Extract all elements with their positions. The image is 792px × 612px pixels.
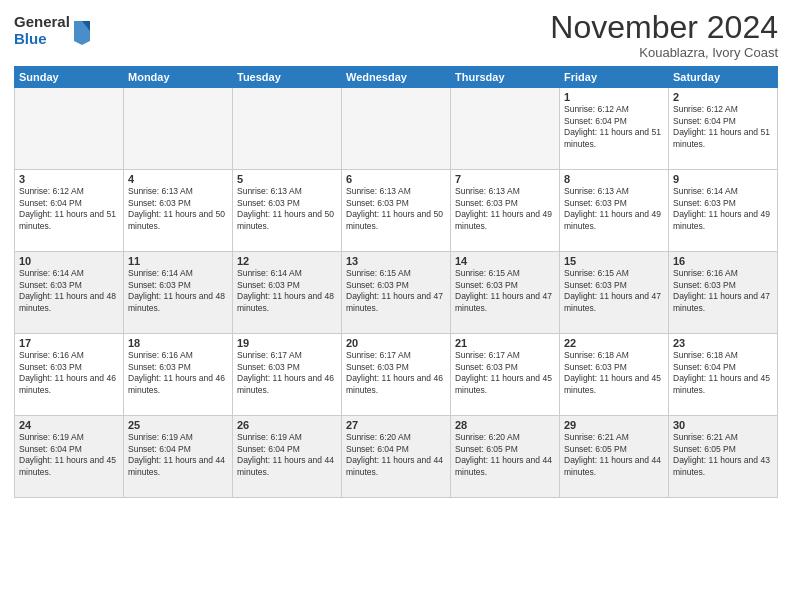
calendar-cell: 10Sunrise: 6:14 AMSunset: 6:03 PMDayligh… (15, 252, 124, 334)
day-number: 19 (237, 337, 337, 349)
day-number: 9 (673, 173, 773, 185)
day-info: Sunrise: 6:19 AMSunset: 6:04 PMDaylight:… (19, 432, 119, 478)
week-row-1: 1Sunrise: 6:12 AMSunset: 6:04 PMDaylight… (15, 88, 778, 170)
calendar-cell: 30Sunrise: 6:21 AMSunset: 6:05 PMDayligh… (669, 416, 778, 498)
day-info: Sunrise: 6:12 AMSunset: 6:04 PMDaylight:… (673, 104, 773, 150)
day-header-wednesday: Wednesday (342, 67, 451, 88)
calendar-cell (233, 88, 342, 170)
calendar-cell: 18Sunrise: 6:16 AMSunset: 6:03 PMDayligh… (124, 334, 233, 416)
day-info: Sunrise: 6:13 AMSunset: 6:03 PMDaylight:… (346, 186, 446, 232)
day-number: 4 (128, 173, 228, 185)
day-number: 2 (673, 91, 773, 103)
calendar-cell: 28Sunrise: 6:20 AMSunset: 6:05 PMDayligh… (451, 416, 560, 498)
week-row-3: 10Sunrise: 6:14 AMSunset: 6:03 PMDayligh… (15, 252, 778, 334)
calendar-cell: 4Sunrise: 6:13 AMSunset: 6:03 PMDaylight… (124, 170, 233, 252)
week-row-5: 24Sunrise: 6:19 AMSunset: 6:04 PMDayligh… (15, 416, 778, 498)
day-number: 14 (455, 255, 555, 267)
calendar-cell: 15Sunrise: 6:15 AMSunset: 6:03 PMDayligh… (560, 252, 669, 334)
day-header-sunday: Sunday (15, 67, 124, 88)
day-info: Sunrise: 6:15 AMSunset: 6:03 PMDaylight:… (346, 268, 446, 314)
day-number: 18 (128, 337, 228, 349)
day-info: Sunrise: 6:21 AMSunset: 6:05 PMDaylight:… (673, 432, 773, 478)
day-header-thursday: Thursday (451, 67, 560, 88)
day-header-friday: Friday (560, 67, 669, 88)
calendar-cell: 29Sunrise: 6:21 AMSunset: 6:05 PMDayligh… (560, 416, 669, 498)
logo-icon (72, 17, 92, 45)
calendar-cell: 17Sunrise: 6:16 AMSunset: 6:03 PMDayligh… (15, 334, 124, 416)
day-number: 30 (673, 419, 773, 431)
day-info: Sunrise: 6:18 AMSunset: 6:03 PMDaylight:… (564, 350, 664, 396)
calendar-cell: 9Sunrise: 6:14 AMSunset: 6:03 PMDaylight… (669, 170, 778, 252)
calendar-cell: 13Sunrise: 6:15 AMSunset: 6:03 PMDayligh… (342, 252, 451, 334)
day-info: Sunrise: 6:21 AMSunset: 6:05 PMDaylight:… (564, 432, 664, 478)
day-info: Sunrise: 6:17 AMSunset: 6:03 PMDaylight:… (346, 350, 446, 396)
day-number: 21 (455, 337, 555, 349)
day-info: Sunrise: 6:17 AMSunset: 6:03 PMDaylight:… (455, 350, 555, 396)
day-number: 25 (128, 419, 228, 431)
calendar-cell (15, 88, 124, 170)
calendar-cell: 6Sunrise: 6:13 AMSunset: 6:03 PMDaylight… (342, 170, 451, 252)
day-number: 5 (237, 173, 337, 185)
day-number: 20 (346, 337, 446, 349)
header: General Blue November 2024 Kouablazra, I… (14, 10, 778, 60)
calendar-cell: 2Sunrise: 6:12 AMSunset: 6:04 PMDaylight… (669, 88, 778, 170)
calendar-cell (451, 88, 560, 170)
day-info: Sunrise: 6:13 AMSunset: 6:03 PMDaylight:… (455, 186, 555, 232)
day-number: 7 (455, 173, 555, 185)
day-number: 15 (564, 255, 664, 267)
calendar-cell: 14Sunrise: 6:15 AMSunset: 6:03 PMDayligh… (451, 252, 560, 334)
day-number: 6 (346, 173, 446, 185)
day-number: 22 (564, 337, 664, 349)
day-info: Sunrise: 6:16 AMSunset: 6:03 PMDaylight:… (673, 268, 773, 314)
calendar-cell: 5Sunrise: 6:13 AMSunset: 6:03 PMDaylight… (233, 170, 342, 252)
day-info: Sunrise: 6:12 AMSunset: 6:04 PMDaylight:… (19, 186, 119, 232)
day-number: 8 (564, 173, 664, 185)
calendar-cell: 8Sunrise: 6:13 AMSunset: 6:03 PMDaylight… (560, 170, 669, 252)
day-number: 13 (346, 255, 446, 267)
calendar-table: SundayMondayTuesdayWednesdayThursdayFrid… (14, 66, 778, 498)
day-info: Sunrise: 6:14 AMSunset: 6:03 PMDaylight:… (19, 268, 119, 314)
day-info: Sunrise: 6:19 AMSunset: 6:04 PMDaylight:… (237, 432, 337, 478)
day-number: 3 (19, 173, 119, 185)
logo-general-text: General (14, 14, 70, 31)
day-number: 10 (19, 255, 119, 267)
day-info: Sunrise: 6:19 AMSunset: 6:04 PMDaylight:… (128, 432, 228, 478)
day-info: Sunrise: 6:16 AMSunset: 6:03 PMDaylight:… (19, 350, 119, 396)
day-number: 16 (673, 255, 773, 267)
day-info: Sunrise: 6:13 AMSunset: 6:03 PMDaylight:… (128, 186, 228, 232)
calendar-container: General Blue November 2024 Kouablazra, I… (0, 0, 792, 504)
week-row-4: 17Sunrise: 6:16 AMSunset: 6:03 PMDayligh… (15, 334, 778, 416)
day-number: 24 (19, 419, 119, 431)
day-number: 29 (564, 419, 664, 431)
day-number: 27 (346, 419, 446, 431)
day-info: Sunrise: 6:13 AMSunset: 6:03 PMDaylight:… (564, 186, 664, 232)
calendar-cell: 23Sunrise: 6:18 AMSunset: 6:04 PMDayligh… (669, 334, 778, 416)
calendar-cell: 22Sunrise: 6:18 AMSunset: 6:03 PMDayligh… (560, 334, 669, 416)
day-info: Sunrise: 6:17 AMSunset: 6:03 PMDaylight:… (237, 350, 337, 396)
day-number: 17 (19, 337, 119, 349)
calendar-cell (124, 88, 233, 170)
day-header-saturday: Saturday (669, 67, 778, 88)
calendar-header-row: SundayMondayTuesdayWednesdayThursdayFrid… (15, 67, 778, 88)
day-info: Sunrise: 6:14 AMSunset: 6:03 PMDaylight:… (237, 268, 337, 314)
calendar-cell: 12Sunrise: 6:14 AMSunset: 6:03 PMDayligh… (233, 252, 342, 334)
calendar-cell: 24Sunrise: 6:19 AMSunset: 6:04 PMDayligh… (15, 416, 124, 498)
day-info: Sunrise: 6:15 AMSunset: 6:03 PMDaylight:… (455, 268, 555, 314)
calendar-cell: 16Sunrise: 6:16 AMSunset: 6:03 PMDayligh… (669, 252, 778, 334)
logo-blue-text: Blue (14, 31, 70, 48)
day-number: 28 (455, 419, 555, 431)
calendar-cell: 19Sunrise: 6:17 AMSunset: 6:03 PMDayligh… (233, 334, 342, 416)
location: Kouablazra, Ivory Coast (550, 45, 778, 60)
day-number: 11 (128, 255, 228, 267)
day-info: Sunrise: 6:15 AMSunset: 6:03 PMDaylight:… (564, 268, 664, 314)
month-title: November 2024 (550, 10, 778, 45)
day-number: 23 (673, 337, 773, 349)
day-info: Sunrise: 6:13 AMSunset: 6:03 PMDaylight:… (237, 186, 337, 232)
day-info: Sunrise: 6:16 AMSunset: 6:03 PMDaylight:… (128, 350, 228, 396)
calendar-cell (342, 88, 451, 170)
calendar-cell: 3Sunrise: 6:12 AMSunset: 6:04 PMDaylight… (15, 170, 124, 252)
day-header-monday: Monday (124, 67, 233, 88)
calendar-cell: 20Sunrise: 6:17 AMSunset: 6:03 PMDayligh… (342, 334, 451, 416)
day-info: Sunrise: 6:12 AMSunset: 6:04 PMDaylight:… (564, 104, 664, 150)
day-number: 26 (237, 419, 337, 431)
